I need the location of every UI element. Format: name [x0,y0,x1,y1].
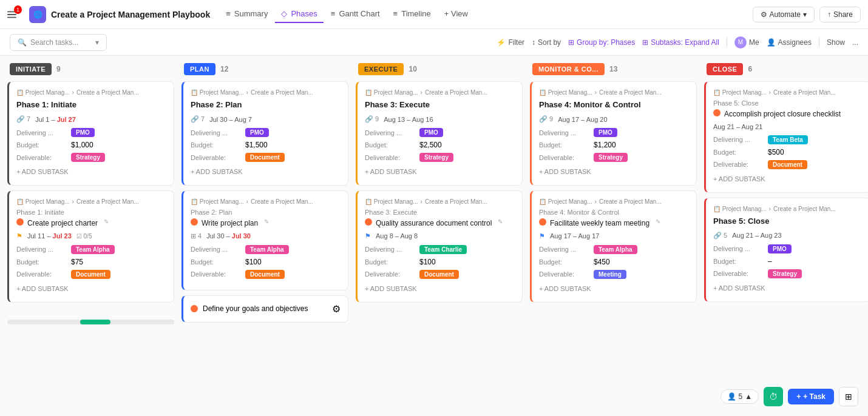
nav-summary[interactable]: ≡ Summary [220,5,274,23]
card-phase5-main[interactable]: 📋 Project Manag... › Create a Project Ma… [704,198,868,302]
card-delivering: Delivering ... Team Beta [713,135,863,144]
card-phase1-main[interactable]: 📋 Project Manag... › Create a Project Ma… [7,81,174,186]
card-date: Jul 11 – Jul 23 [27,232,72,240]
card-phase3-main[interactable]: 📋 Project Manag... › Create a Project Ma… [356,81,523,186]
add-subtask-button[interactable]: + ADD SUBTASK [713,173,863,185]
breadcrumb: 📋 Project Manag... › Create a Project Ma… [16,89,166,96]
app-icon: 🌐 [29,6,46,23]
card-title: Phase 5: Close [713,216,863,227]
subtask-count-icon: 🔗 5 [713,232,727,240]
filter-button[interactable]: ⚡ Filter [497,38,524,47]
chevron-up-icon: ▲ [745,392,752,401]
header: 1 🌐 Create a Project Management Playbook… [0,0,868,29]
toolbar-divider [727,38,727,47]
svg-rect-1 [7,14,16,15]
card-meta: 🔗 9 Aug 17 – Aug 20 [539,115,689,123]
scrollbar-thumb[interactable] [80,320,110,324]
more-button[interactable]: ... [852,38,858,47]
automate-chevron: ▾ [803,10,807,19]
task-status-icon [16,218,24,226]
card-date: Aug 8 – Aug 8 [376,232,418,240]
timeline-icon: ≡ [393,9,398,18]
document-tag: Document [245,153,285,162]
document-tag: Document [419,270,459,279]
card-phase2-main[interactable]: 📋 Project Manag... › Create a Project Ma… [181,81,348,186]
nav-gantt[interactable]: ≡ Gantt Chart [325,5,386,23]
subtasks-button[interactable]: ⊞ Subtasks: Expand All [642,38,719,47]
meeting-tag: Meeting [594,270,626,279]
document-tag: Document [71,270,110,279]
add-subtask-button[interactable]: + ADD SUBTASK [365,283,515,295]
card-deliverable: Deliverable: Strategy [539,153,689,162]
card-date: Jul 1 – Jul 27 [35,116,76,123]
search-chevron: ▾ [95,38,99,47]
breadcrumb: 📋 Project Manag... › Create a Project Ma… [191,89,341,96]
scroll-area [7,310,174,324]
pmo-tag: PMO [245,128,269,137]
add-subtask-button[interactable]: + ADD SUBTASK [365,166,515,178]
column-header-initiate: INITIATE 9 [7,63,174,75]
add-subtask-button[interactable]: + ADD SUBTASK [191,166,341,178]
card-deliverable: Deliverable: Strategy [16,153,166,162]
card-phase2-simple[interactable]: Define your goals and objectives ⚙ [181,295,348,323]
group-by-button[interactable]: ⊞ Group by: Phases [568,38,635,47]
grid-view-button[interactable]: ⊞ [839,387,858,406]
card-budget: Budget: $100 [191,258,341,266]
group-icon: ⊞ [568,38,574,47]
card-deliverable: Deliverable: Strategy [713,269,863,278]
phase-badge-initiate: INITIATE [10,63,52,75]
card-date: Aug 13 – Aug 16 [384,116,433,123]
phase-count-close: 6 [748,65,752,73]
menu-button[interactable]: 1 [7,6,24,23]
me-filter[interactable]: M Me [734,36,759,49]
assignees-button[interactable]: 👤 Assignees [767,38,812,47]
task-title-row: Quality assurance document control ✎ [365,218,515,229]
column-plan: PLAN 12 📋 Project Manag... › Create a Pr… [181,63,348,409]
card-date: Aug 17 – Aug 17 [550,232,599,240]
add-subtask-button[interactable]: + ADD SUBTASK [539,166,689,178]
card-budget: Budget: $75 [16,258,166,266]
card-meta: Aug 21 – Aug 21 [713,123,863,130]
strategy-tag: Strategy [768,269,802,278]
card-meta: 🔗 7 Jul 1 – Jul 27 [16,115,166,123]
show-button[interactable]: Show [827,38,845,47]
card-deliverable: Deliverable: Strategy [365,153,515,162]
add-subtask-button[interactable]: + ADD SUBTASK [539,283,689,295]
task-count-badge: 👤 5 ▲ [721,389,759,404]
card-delivering: Delivering ... Team Alpha [191,245,341,254]
filter-icon: ⚡ [497,38,506,47]
card-deliverable: Deliverable: Document [191,270,341,279]
search-icon: 🔍 [18,38,27,47]
automate-button[interactable]: ⚙ Automate ▾ [753,7,815,22]
task-title-row: Facilitate weekly team meeting ✎ [539,218,689,229]
pmo-tag: PMO [768,244,792,253]
card-meta: ⚑ Jul 11 – Jul 23 ☑ 0/5 [16,232,166,240]
card-delivering: Delivering ... PMO [365,128,515,137]
toolbar-right: ⚡ Filter ↕ Sort by ⊞ Group by: Phases ⊞ … [497,36,858,49]
breadcrumb: 📋 Project Manag... › Create a Project Ma… [365,198,515,205]
card-budget: Budget: $2,500 [365,141,515,149]
subtask-count-icon: 🔗 9 [365,115,379,123]
phase-label: Phase 1: Initiate [16,209,166,216]
share-button[interactable]: ↑ Share [819,7,861,22]
add-subtask-button[interactable]: + ADD SUBTASK [713,282,863,294]
sort-button[interactable]: ↕ Sort by [532,38,561,47]
nav-timeline[interactable]: ≡ Timeline [387,5,437,23]
nav-phases[interactable]: ◇ Phases [275,5,323,23]
search-box[interactable]: 🔍 Search tasks... ▾ [10,34,107,51]
card-phase2-task[interactable]: 📋 Project Manag... › Create a Project Ma… [181,190,348,290]
summary-icon: ≡ [226,9,231,18]
add-task-button[interactable]: + + Task [788,389,834,404]
timer-button[interactable]: ⏱ [764,387,783,406]
card-phase4-main[interactable]: 📋 Project Manag... › Create a Project Ma… [530,81,697,186]
card-phase1-task[interactable]: 📋 Project Manag... › Create a Project Ma… [7,190,174,303]
phase-badge-close: CLOSE [707,63,743,75]
nav-add-view[interactable]: + View [438,5,474,23]
card-phase3-task[interactable]: 📋 Project Manag... › Create a Project Ma… [356,190,523,303]
add-subtask-button[interactable]: + ADD SUBTASK [16,283,166,295]
add-subtask-button[interactable]: + ADD SUBTASK [16,166,166,178]
card-phase5-task1[interactable]: 📋 Project Manag... › Create a Project Ma… [704,81,868,193]
card-deliverable: Deliverable: Document [713,160,863,169]
card-phase4-task[interactable]: 📋 Project Manag... › Create a Project Ma… [530,190,697,303]
breadcrumb: 📋 Project Manag... › Create a Project Ma… [539,198,689,205]
